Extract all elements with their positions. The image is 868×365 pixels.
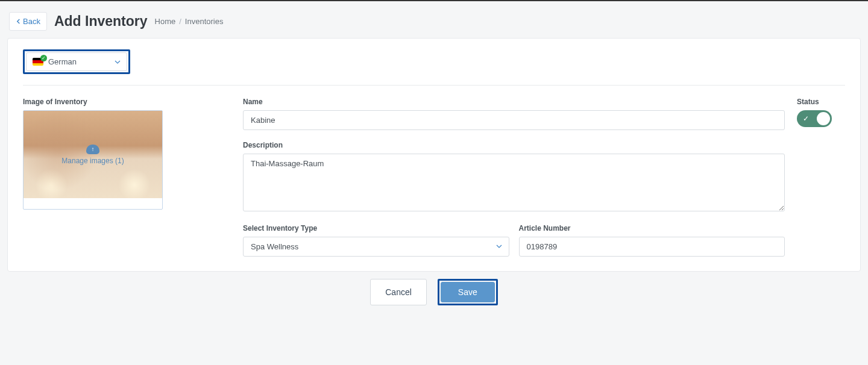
cancel-button[interactable]: Cancel: [370, 279, 427, 305]
status-toggle[interactable]: ✓: [797, 110, 832, 127]
save-button[interactable]: Save: [441, 282, 495, 302]
chevron-left-icon: [16, 19, 21, 24]
language-label: German: [48, 57, 110, 66]
type-select[interactable]: [243, 237, 509, 257]
breadcrumb-current: Inventories: [185, 17, 224, 26]
image-upload-box[interactable]: Manage images (1): [23, 110, 163, 210]
type-label: Select Inventory Type: [243, 224, 509, 232]
back-button[interactable]: Back: [9, 12, 47, 31]
manage-images-link[interactable]: Manage images (1): [61, 157, 124, 165]
language-highlight: German: [23, 49, 130, 74]
language-row: German: [23, 49, 845, 86]
action-bar: Cancel Save: [7, 272, 861, 329]
article-input[interactable]: [519, 237, 785, 257]
breadcrumb-home[interactable]: Home: [155, 17, 176, 26]
toggle-knob: [817, 112, 830, 125]
name-input[interactable]: [243, 110, 785, 130]
back-label: Back: [23, 17, 40, 26]
check-icon: ✓: [803, 114, 809, 123]
status-label: Status: [797, 98, 845, 106]
image-preview: Manage images (1): [24, 111, 162, 198]
cloud-upload-icon: [86, 145, 99, 154]
chevron-down-icon: [115, 59, 121, 65]
description-label: Description: [243, 141, 785, 149]
page-header: Back Add Inventory Home / Inventories: [7, 6, 861, 38]
image-column: Image of Inventory Manage images (1): [23, 98, 231, 210]
status-column: Status ✓: [797, 98, 845, 127]
description-input[interactable]: Thai-Massage-Raum: [243, 154, 785, 211]
image-label: Image of Inventory: [23, 98, 231, 106]
breadcrumb: Home / Inventories: [155, 17, 224, 26]
flag-germany-icon: [33, 58, 43, 66]
page-title: Add Inventory: [54, 13, 148, 30]
article-label: Article Number: [519, 224, 785, 232]
save-highlight: Save: [438, 279, 498, 305]
fields-column: Name Description Thai-Massage-Raum Selec…: [243, 98, 785, 257]
language-select[interactable]: German: [26, 52, 127, 71]
form-panel: German Image of Inventory Manage images …: [7, 38, 861, 272]
name-label: Name: [243, 98, 785, 106]
breadcrumb-separator: /: [179, 17, 181, 26]
